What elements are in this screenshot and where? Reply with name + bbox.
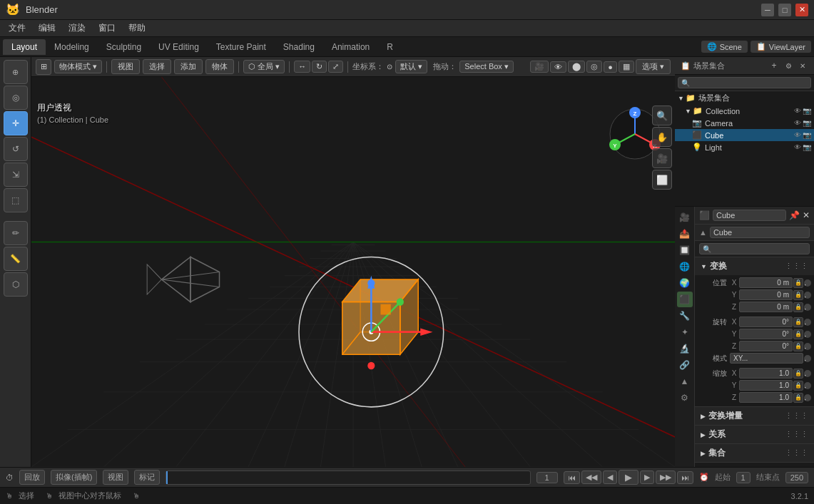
loc-z-dot[interactable]: · <box>804 304 811 311</box>
frame-current[interactable]: 1 <box>536 472 558 483</box>
select-menu[interactable]: 选择 <box>143 59 171 74</box>
menu-help[interactable]: 帮助 <box>123 21 151 36</box>
scale-x-value[interactable]: 1.0 <box>739 368 793 379</box>
outliner-search[interactable] <box>690 78 808 87</box>
transform-tool-btn[interactable]: ⬚ <box>4 188 28 212</box>
menu-file[interactable]: 文件 <box>3 21 31 36</box>
select-tool-btn[interactable]: ⊕ <box>4 60 28 84</box>
modifier-prop-icon[interactable]: 🔧 <box>677 308 693 324</box>
render-toggle[interactable]: 📷 <box>803 119 811 127</box>
scale-y-dot[interactable]: · <box>804 382 811 389</box>
tab-texture-paint[interactable]: Texture Paint <box>208 39 275 55</box>
close-button[interactable]: ✕ <box>795 4 808 16</box>
loc-y-lock[interactable]: 🔒 <box>793 290 803 300</box>
delta-transform-header[interactable]: ▶ 变换增量 ⋮⋮⋮ <box>695 407 814 425</box>
options-btn[interactable]: 选项 ▾ <box>636 59 671 74</box>
select-box-dropdown[interactable]: Select Box ▾ <box>459 61 514 73</box>
loc-z-lock[interactable]: 🔒 <box>793 302 803 312</box>
close-icon[interactable]: ✕ <box>803 210 810 220</box>
tab-r[interactable]: R <box>378 39 402 55</box>
display-icon[interactable]: 👁 <box>550 61 566 73</box>
tab-animation[interactable]: Animation <box>323 39 378 55</box>
material-prop-icon[interactable]: ⚙ <box>677 390 693 406</box>
relations-header[interactable]: ▶ 关系 ⋮⋮⋮ <box>695 426 814 443</box>
zoom-in-btn[interactable]: 🔍 <box>652 106 672 125</box>
data-prop-icon[interactable]: ▲ <box>677 374 693 389</box>
tab-uv-editing[interactable]: UV Editing <box>150 39 208 55</box>
view-menu-tl[interactable]: 视图 <box>103 470 128 485</box>
list-item[interactable]: ▼ 📁 Collection 👁 📷 <box>675 105 814 117</box>
move-tool-btn[interactable]: ✛ <box>4 111 28 135</box>
loc-x-value[interactable]: 0 m <box>739 277 793 288</box>
rot-mode-dot[interactable]: · <box>804 355 811 362</box>
camera-view-btn[interactable]: 🎥 <box>652 148 672 168</box>
shading-material[interactable]: ◎ <box>586 61 602 73</box>
list-item[interactable]: 📷 Camera 👁 📷 <box>675 117 814 129</box>
playback-menu[interactable]: 回放 <box>19 470 45 485</box>
measure-tool-btn[interactable]: 📏 <box>4 247 28 271</box>
object-mode-dropdown[interactable]: 物体模式 ▾ <box>54 60 102 73</box>
annotate-tool-btn[interactable]: ✏ <box>4 221 28 245</box>
scale-z-dot[interactable]: · <box>804 394 811 401</box>
rot-y-value[interactable]: 0° <box>739 329 793 339</box>
scale-z-lock[interactable]: 🔒 <box>793 393 803 403</box>
coords-dropdown[interactable]: 默认 ▾ <box>395 60 427 73</box>
loc-y-value[interactable]: 0 m <box>739 289 793 300</box>
scale-z-value[interactable]: 1.0 <box>739 392 793 403</box>
rot-x-dot[interactable]: · <box>804 319 811 326</box>
add-tool-btn[interactable]: ⬡ <box>4 272 28 297</box>
scale-y-value[interactable]: 1.0 <box>739 380 793 391</box>
constraints-prop-icon[interactable]: 🔗 <box>677 357 693 373</box>
add-menu[interactable]: 添加 <box>174 59 203 74</box>
tab-shading[interactable]: Shading <box>275 39 323 55</box>
menu-render[interactable]: 渲染 <box>63 21 91 36</box>
jump-start-btn[interactable]: ⏮ <box>564 471 580 484</box>
list-item[interactable]: ⬛ Cube 👁 📷 <box>675 129 814 141</box>
end-frame-val[interactable]: 250 <box>785 472 808 483</box>
output-prop-icon[interactable]: 📤 <box>677 226 693 242</box>
tab-modeling[interactable]: Modeling <box>46 39 98 55</box>
view-menu[interactable]: 视图 <box>111 59 140 74</box>
loc-y-dot[interactable]: · <box>804 292 811 299</box>
overlay-btn[interactable]: ▦ <box>619 61 634 73</box>
next-keyframe-btn[interactable]: ▶▶ <box>656 470 676 484</box>
physics-prop-icon[interactable]: 🔬 <box>677 341 693 356</box>
menu-edit[interactable]: 编辑 <box>33 21 61 36</box>
visibility-toggle[interactable]: 👁 <box>794 143 801 151</box>
pan-btn[interactable]: ✋ <box>652 127 672 147</box>
outliner-x-btn[interactable]: ✕ <box>797 60 808 71</box>
global-dropdown[interactable]: ⬡ 全局 ▾ <box>243 60 285 73</box>
scale-x-dot[interactable]: · <box>804 370 811 377</box>
outliner-filter-btn[interactable]: ⚙ <box>783 60 794 71</box>
minimize-button[interactable]: ─ <box>761 4 774 16</box>
rot-y-lock[interactable]: 🔒 <box>793 329 803 339</box>
start-frame-val[interactable]: 1 <box>736 472 751 483</box>
jump-end-btn[interactable]: ⏭ <box>677 471 693 484</box>
scene-prop-icon[interactable]: 🌐 <box>677 259 693 274</box>
transform-icon-2[interactable]: ↻ <box>312 61 327 73</box>
render-prop-icon[interactable]: 🎥 <box>677 210 693 225</box>
shading-solid[interactable]: ⬤ <box>568 61 585 73</box>
scale-y-lock[interactable]: 🔒 <box>793 381 803 391</box>
particles-prop-icon[interactable]: ✦ <box>677 324 693 340</box>
pin-icon[interactable]: 📌 <box>789 210 800 220</box>
rot-z-value[interactable]: 0° <box>739 341 793 351</box>
scene-selector[interactable]: 🌐 Scene <box>701 41 748 53</box>
collections-options-icon[interactable]: ⋮⋮⋮ <box>785 448 808 458</box>
rot-z-dot[interactable]: · <box>804 343 811 350</box>
transform-icon-1[interactable]: ↔ <box>294 61 310 73</box>
render-toggle[interactable]: 📷 <box>803 107 811 115</box>
rot-z-lock[interactable]: 🔒 <box>793 341 803 351</box>
view-prop-icon[interactable]: 🔲 <box>677 242 693 258</box>
render-toggle[interactable]: 📷 <box>803 143 811 151</box>
scale-tool-btn[interactable]: ⇲ <box>4 163 28 187</box>
rotate-tool-btn[interactable]: ↺ <box>4 137 28 161</box>
tab-sculpting[interactable]: Sculpting <box>98 39 150 55</box>
render-preview-btn[interactable]: ⬜ <box>652 170 672 190</box>
rotation-mode-dropdown[interactable]: XY... <box>730 353 803 364</box>
viewlayer-selector[interactable]: 📋 ViewLayer <box>751 41 811 53</box>
transform-header[interactable]: ▼ 变换 ⋮⋮⋮ <box>695 257 814 275</box>
delta-options-icon[interactable]: ⋮⋮⋮ <box>785 411 808 421</box>
object-data-name[interactable]: Cube <box>710 227 810 238</box>
viewport-icon[interactable]: ⊞ <box>36 59 51 75</box>
